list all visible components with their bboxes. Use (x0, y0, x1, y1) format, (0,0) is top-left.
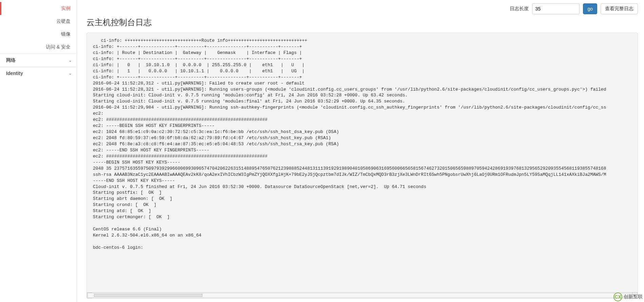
sidebar-section-label: 网络 (6, 57, 16, 63)
console-log-panel: ci-info: +++++++++++++++++++++++++++++Ro… (86, 33, 638, 299)
sidebar-section-network[interactable]: 网络 ⌄ (0, 54, 77, 67)
sidebar-item-images[interactable]: 镜像 (0, 28, 77, 41)
page-title: 云主机控制台日志 (86, 17, 638, 28)
watermark: CX 创新互联 (613, 292, 643, 301)
chevron-down-icon: ⌄ (69, 71, 72, 76)
watermark-text: 创新互联 (624, 294, 643, 300)
scrollbar-track[interactable] (87, 293, 637, 298)
sidebar-item-instances[interactable]: 实例 (0, 2, 77, 15)
sidebar: 实例 云硬盘 镜像 访问 & 安全 网络 ⌄ Identity ⌄ (0, 0, 77, 302)
topbar: 日志长度 go 查看完整日志 (86, 3, 638, 14)
console-log-scroll[interactable]: ci-info: +++++++++++++++++++++++++++++Ro… (87, 33, 638, 292)
go-button[interactable]: go (583, 3, 597, 14)
sidebar-item-access-security[interactable]: 访问 & 安全 (0, 41, 77, 54)
log-length-label: 日志长度 (510, 6, 529, 12)
sidebar-section-label: Identity (6, 71, 23, 76)
chevron-down-icon: ⌄ (69, 58, 72, 63)
main-content: 日志长度 go 查看完整日志 云主机控制台日志 ci-info: +++++++… (77, 0, 644, 302)
scrollbar-thumb[interactable] (94, 294, 202, 297)
console-log-text: ci-info: +++++++++++++++++++++++++++++Ro… (93, 38, 631, 251)
sidebar-section-identity[interactable]: Identity ⌄ (0, 67, 77, 79)
view-full-log-button[interactable]: 查看完整日志 (601, 3, 638, 14)
watermark-logo-icon: CX (613, 292, 622, 301)
horizontal-scrollbar[interactable]: ◄ ► (87, 292, 638, 298)
log-length-input[interactable] (532, 3, 580, 14)
sidebar-item-volumes[interactable]: 云硬盘 (0, 15, 77, 28)
